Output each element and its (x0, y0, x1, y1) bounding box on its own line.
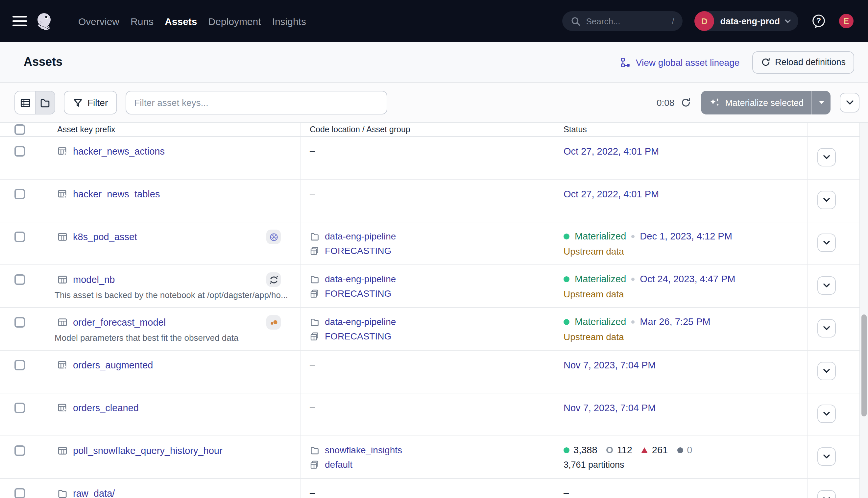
row-expand-button[interactable] (817, 276, 836, 295)
upstream-data-label[interactable]: Upstream data (563, 289, 624, 299)
last-materialization-link[interactable]: Nov 7, 2023, 7:04 PM (563, 360, 656, 370)
search-input[interactable]: Search... / (563, 11, 683, 31)
view-global-asset-lineage-link[interactable]: View global asset lineage (620, 57, 740, 67)
last-materialization-link[interactable]: Oct 24, 2023, 4:47 PM (640, 274, 735, 284)
folder-view-button[interactable] (35, 91, 55, 114)
dagster-logo-icon[interactable] (36, 12, 53, 30)
help-icon[interactable]: ? (812, 13, 826, 29)
asset-key-link[interactable]: hacker_news_tables (73, 189, 160, 199)
select-all-checkbox[interactable] (14, 124, 25, 135)
table-icon (57, 232, 68, 242)
row-checkbox[interactable] (14, 146, 25, 157)
collapse-all-button[interactable] (840, 93, 859, 113)
asset-key-link[interactable]: poll_snowflake_query_history_hour (73, 445, 223, 456)
last-materialization-link[interactable]: Nov 7, 2023, 7:04 PM (563, 403, 656, 413)
lineage-link-label: View global asset lineage (636, 57, 740, 67)
materialize-options-button[interactable] (812, 91, 830, 115)
code-location-link[interactable]: snowflake_insights (325, 445, 402, 455)
row-checkbox[interactable] (14, 403, 25, 413)
asset-key-link[interactable]: hacker_news_actions (73, 146, 165, 157)
nav-item-runs[interactable]: Runs (130, 13, 154, 29)
asset-key-link[interactable]: k8s_pod_asset (73, 232, 137, 242)
table-star-icon (57, 403, 68, 413)
partition-count: 0 (687, 445, 692, 455)
partition-counts: 3,3881122610 (563, 445, 807, 455)
row-expand-button[interactable] (817, 490, 836, 498)
search-placeholder: Search... (586, 16, 620, 26)
row-checkbox[interactable] (14, 488, 25, 498)
nav-item-deployment[interactable]: Deployment (208, 13, 262, 29)
code-location-link[interactable]: data-eng-pipeline (325, 274, 396, 284)
row-expand-button[interactable] (817, 447, 836, 466)
empty-value: – (310, 487, 554, 498)
deployment-switcher[interactable]: D data-eng-prod (695, 11, 799, 31)
asset-row: poll_snowflake_query_history_hoursnowfla… (0, 436, 859, 479)
asset-group-link[interactable]: FORECASTING (325, 288, 391, 299)
asset-description: Model parameters that best fit the obser… (55, 333, 238, 343)
empty-value: – (310, 402, 554, 412)
filter-asset-keys-input[interactable] (125, 91, 387, 115)
row-checkbox[interactable] (14, 232, 25, 242)
user-avatar[interactable]: E (839, 14, 854, 28)
upstream-data-label[interactable]: Upstream data (563, 246, 624, 257)
row-expand-button[interactable] (817, 234, 836, 252)
deployment-badge: D (695, 11, 715, 31)
dot-gray-icon (677, 447, 683, 453)
scrollbar-thumb[interactable] (862, 314, 867, 417)
last-materialization-link[interactable]: Oct 27, 2022, 4:01 PM (563, 189, 659, 199)
asset-description: This asset is backed by the notebook at … (55, 290, 288, 300)
chevron-down-icon (785, 19, 791, 23)
materialized-dot-icon (563, 319, 570, 325)
refresh-icon[interactable] (680, 97, 691, 108)
row-expand-button[interactable] (817, 191, 836, 209)
materialized-label: Materialized (575, 274, 626, 284)
asset-key-link[interactable]: model_nb (73, 274, 115, 285)
asset-group-link[interactable]: default (325, 459, 352, 470)
folder-icon (57, 488, 68, 498)
nav-item-assets[interactable]: Assets (164, 13, 198, 29)
asset-key-link[interactable]: orders_augmented (73, 360, 153, 370)
page-title: Assets (24, 55, 63, 69)
partitions-total: 3,761 partitions (563, 460, 807, 470)
code-location-link[interactable]: data-eng-pipeline (325, 316, 396, 327)
table-star-icon (57, 360, 68, 370)
row-checkbox[interactable] (14, 360, 25, 370)
asset-group-link[interactable]: FORECASTING (325, 331, 391, 341)
reload-definitions-button[interactable]: Reload definitions (752, 51, 854, 73)
asset-group-link[interactable]: FORECASTING (325, 245, 391, 256)
materialized-label: Materialized (575, 316, 626, 327)
triangle-red-icon (641, 447, 648, 453)
filter-button[interactable]: Filter (64, 91, 117, 115)
row-expand-button[interactable] (817, 319, 836, 338)
upstream-data-label[interactable]: Upstream data (563, 331, 624, 342)
asset-key-link[interactable]: order_forecast_model (73, 317, 166, 328)
nav-item-insights[interactable]: Insights (271, 13, 307, 29)
empty-value: – (310, 359, 554, 370)
nav-right: Search... / D data-eng-prod ? E (563, 11, 854, 31)
table-icon (57, 274, 68, 285)
flat-list-view-button[interactable] (15, 91, 35, 114)
table-body: hacker_news_actions–Oct 27, 2022, 4:01 P… (0, 137, 868, 498)
row-checkbox[interactable] (14, 274, 25, 285)
assets-toolbar: Filter 0:08 Materialize selected (0, 83, 868, 122)
asset-key-link[interactable]: raw_data/ (73, 488, 115, 498)
asset-group-icon (310, 459, 320, 469)
hamburger-menu-icon[interactable] (13, 15, 27, 27)
row-expand-button[interactable] (817, 148, 836, 167)
row-expand-button[interactable] (817, 405, 836, 423)
materialize-selected-button[interactable]: Materialize selected (700, 91, 812, 115)
scrollbar-track[interactable] (859, 123, 868, 498)
asset-key-link[interactable]: orders_cleaned (73, 403, 139, 413)
last-materialization-link[interactable]: Oct 27, 2022, 4:01 PM (563, 146, 659, 157)
nav-item-overview[interactable]: Overview (78, 13, 120, 29)
row-checkbox[interactable] (14, 445, 25, 456)
asset-row: k8s_pod_assetdata-eng-pipelineFORECASTIN… (0, 222, 859, 265)
last-materialization-link[interactable]: Dec 1, 2023, 4:12 PM (640, 231, 732, 241)
view-toggle (14, 91, 55, 115)
jupyter-badge-icon (266, 272, 281, 287)
row-checkbox[interactable] (14, 317, 25, 328)
row-checkbox[interactable] (14, 189, 25, 199)
row-expand-button[interactable] (817, 362, 836, 380)
last-materialization-link[interactable]: Mar 26, 7:25 PM (640, 316, 710, 327)
code-location-link[interactable]: data-eng-pipeline (325, 231, 396, 241)
